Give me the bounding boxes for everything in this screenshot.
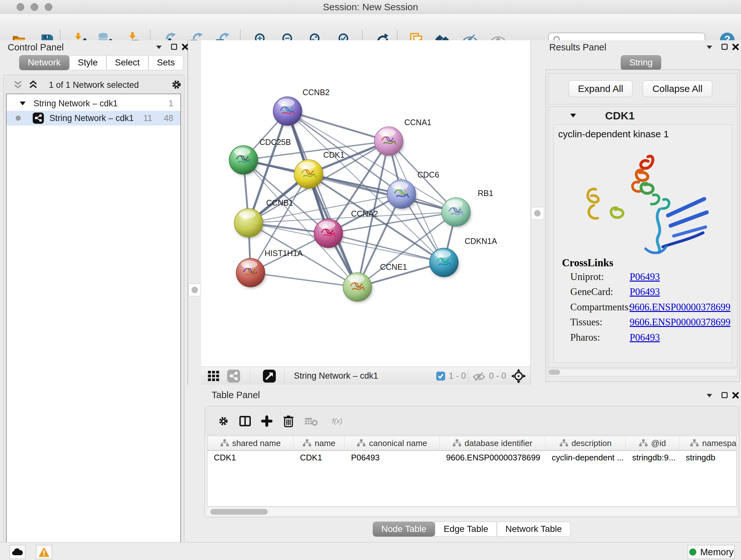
table-gear-icon[interactable] (216, 414, 230, 428)
network-node-RB1[interactable]: RB1 (442, 189, 493, 228)
collapse-panel-icon[interactable] (152, 40, 165, 54)
network-edge[interactable] (251, 273, 357, 287)
trash-icon[interactable] (281, 414, 295, 428)
selected-checkbox-icon[interactable] (435, 367, 446, 385)
right-splitter-handle[interactable] (531, 207, 544, 220)
network-node-CDKN1A[interactable]: CDKN1A (429, 237, 497, 278)
fx-icon[interactable]: f(x) (331, 414, 345, 428)
table-cell[interactable]: cyclin-dependent ... (545, 451, 626, 464)
plus-icon[interactable] (260, 414, 274, 428)
crosshair-icon[interactable] (511, 367, 526, 385)
network-node-HIST1H1A[interactable]: HIST1H1A (236, 249, 303, 288)
table-cell[interactable]: CDK1 (207, 451, 293, 464)
network-edge[interactable] (357, 194, 401, 287)
left-splitter[interactable] (188, 40, 201, 385)
tab-select[interactable]: Select (106, 55, 148, 70)
network-collection-row[interactable]: String Network – cdk1 1 (7, 96, 180, 111)
crosslink-row: Pharos: P06493 (570, 332, 730, 343)
column-header-4[interactable]: description (545, 436, 626, 450)
table-cell[interactable]: P06493 (345, 451, 440, 464)
main-toolbar: ? (0, 14, 741, 41)
close-panel-icon[interactable] (729, 388, 741, 402)
control-panel-title: Control Panel (8, 42, 64, 53)
network-view-toolbar: String Network – cdk1 1 - 0 0 - 0 (201, 367, 530, 385)
window-title: Session: New Session (0, 0, 741, 14)
crosslink-link[interactable]: 9606.ENSP00000378699 (630, 301, 731, 313)
table-tabs: Node TableEdge TableNetwork Table (373, 522, 570, 537)
warning-button[interactable] (36, 545, 52, 559)
network-collection-label: String Network – cdk1 (33, 99, 118, 109)
column-header-3[interactable]: database identifier (440, 436, 545, 450)
gear-icon[interactable] (171, 79, 182, 90)
titlebar: Session: New Session (0, 0, 741, 14)
column-header-0[interactable]: shared name (207, 436, 293, 450)
collapse-panel-icon[interactable] (703, 388, 716, 402)
node-label: CDC25B (259, 138, 291, 146)
column-header-5[interactable]: @id (626, 436, 679, 450)
crosslink-link[interactable]: P06493 (630, 271, 660, 283)
table-cell[interactable]: stringdb:9... (626, 451, 679, 464)
expand-all-button[interactable]: Expand All (569, 80, 632, 97)
column-header-2[interactable]: canonical name (345, 436, 440, 450)
tab-network-table[interactable]: Network Table (497, 522, 570, 537)
crosslink-label: Pharos: (570, 332, 600, 343)
memory-label: Memory (700, 547, 734, 557)
column-label: namespace (702, 438, 737, 448)
zoom-window-icon[interactable] (45, 3, 52, 11)
close-panel-icon[interactable] (729, 40, 741, 54)
table-row[interactable]: CDK1CDK1P064939606.ENSP00000378699cyclin… (207, 451, 736, 464)
column-label: canonical name (369, 438, 427, 448)
results-hscrollbar[interactable] (548, 369, 738, 376)
tab-string[interactable]: String (621, 55, 661, 70)
crosslink-link[interactable]: 9606.ENSP00000378699 (630, 316, 731, 328)
network-node-CCNA1[interactable]: CCNA1 (374, 118, 431, 157)
collapse-all-button[interactable]: Collapse All (643, 80, 712, 97)
table-cell[interactable]: stringdb (679, 451, 737, 464)
right-splitter[interactable] (530, 40, 544, 385)
node-count: 11 (143, 113, 152, 123)
crosslink-link[interactable]: P06493 (630, 332, 660, 343)
network-row-selected[interactable]: String Network – cdk1 11 48 (7, 111, 180, 125)
crosslink-row: Tissues: 9606.ENSP00000378699 (570, 316, 730, 328)
green-dot-icon (689, 548, 697, 556)
table-cell[interactable]: CDK1 (293, 451, 345, 464)
node-label: CCNB2 (302, 88, 330, 97)
column-header-6[interactable]: namespace (679, 436, 737, 450)
column-header-1[interactable]: name (293, 436, 345, 450)
columns-icon[interactable] (238, 414, 252, 428)
eye-hidden-icon[interactable] (472, 367, 486, 385)
network-type-icon (32, 112, 44, 124)
grid-view-icon[interactable] (207, 367, 221, 385)
table-hscrollbar[interactable] (207, 508, 737, 516)
collapse-panel-icon[interactable] (703, 40, 716, 54)
cloud-button[interactable] (10, 545, 25, 559)
crosslink-link[interactable]: P06493 (630, 286, 660, 298)
protein-section: CDK1 cyclin-dependent kinase 1 CrossLink… (548, 106, 738, 368)
network-share-icon[interactable] (226, 367, 241, 385)
network-node-CDC25B[interactable]: CDC25B (229, 138, 291, 176)
control-panel-tabs: NetworkStyleSelectSets (19, 55, 184, 70)
tab-sets[interactable]: Sets (148, 55, 184, 70)
column-label: @id (651, 438, 666, 448)
memory-button[interactable]: Memory (688, 545, 735, 559)
status-bar: Memory (0, 542, 741, 560)
tab-node-table[interactable]: Node Table (373, 522, 435, 537)
results-panel-title: Results Panel (549, 42, 606, 53)
tab-edge-table[interactable]: Edge Table (435, 522, 497, 537)
table-panel: Table Panel f(x) shared name name canoni… (188, 385, 741, 542)
crosslinks-heading: CrossLinks (562, 257, 613, 269)
tab-style[interactable]: Style (69, 55, 106, 70)
delete-table-icon[interactable] (305, 414, 319, 428)
string-results-box: Expand All Collapse All CDK1 cyclin-depe… (546, 70, 740, 382)
control-panel: Control Panel NetworkStyleSelectSets 1 o… (0, 40, 188, 542)
birdseye-view-icon[interactable] (262, 367, 276, 385)
left-splitter-handle[interactable] (188, 284, 201, 296)
collapse-triangle-icon[interactable] (19, 100, 26, 107)
table-cell[interactable]: 9606.ENSP00000378699 (440, 451, 545, 464)
tab-network[interactable]: Network (19, 55, 69, 70)
collapse-triangle-icon[interactable] (569, 112, 577, 119)
close-window-icon[interactable] (17, 3, 24, 11)
network-canvas[interactable]: CCNB2 CCNA1 CDC25B CDK1 CDC6 RB1 CCNB1 C… (201, 40, 530, 367)
minimize-window-icon[interactable] (30, 3, 38, 11)
column-label: database identifier (465, 438, 532, 448)
